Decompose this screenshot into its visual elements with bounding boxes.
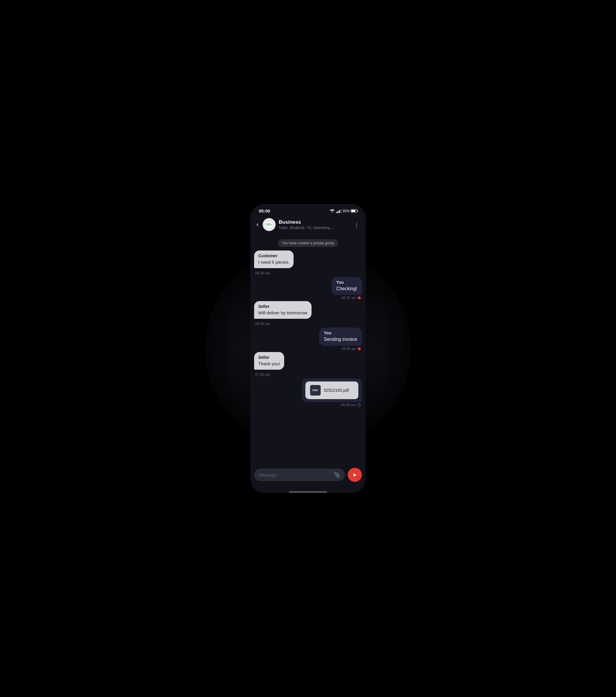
list-item: Seller Will deliver by tommorow	[254, 301, 311, 319]
attachment-button[interactable]: 📎	[334, 472, 340, 478]
outgoing-bubble: You Sending invoice	[319, 328, 362, 345]
message-text: Thank you!	[258, 360, 280, 367]
message-timestamp: 06:45 am	[254, 320, 362, 326]
battery-icon	[351, 209, 357, 212]
avatar[interactable]	[263, 218, 276, 231]
group-name: Business	[279, 219, 350, 225]
message-sender: Customer	[258, 253, 290, 258]
message-sender: You	[336, 280, 357, 285]
list-item: PDF 32522165.pdf 06:59 am	[302, 379, 362, 407]
send-icon: ►	[352, 472, 358, 478]
status-bar: 05:00	[251, 204, 365, 216]
phone-wrapper: 05:00	[232, 195, 384, 502]
battery-indicator: 80%	[343, 209, 357, 213]
status-time: 05:00	[259, 208, 270, 213]
chat-header: ‹ Business Tutor, Student1, T1, chemistr…	[251, 216, 365, 235]
message-text: I need 5 pieces.	[258, 259, 290, 265]
list-item: Customer I need 5 pieces.	[254, 251, 294, 268]
system-message: You have created a private group	[278, 239, 338, 247]
pdf-filename: 32522165.pdf	[324, 388, 349, 392]
pdf-attachment-bubble[interactable]: PDF 32522165.pdf	[302, 379, 362, 402]
message-sender: Seller	[258, 355, 280, 360]
pdf-preview: PDF 32522165.pdf	[305, 382, 358, 399]
message-text: Checking!	[336, 285, 357, 292]
more-options-button[interactable]: ⋮	[352, 220, 361, 229]
header-info: Business Tutor, Student1, T1, chemistry.…	[279, 219, 350, 230]
outgoing-bubble: You Checking!	[332, 277, 362, 295]
group-members: Tutor, Student1, T1, chemistry....	[279, 225, 350, 230]
clock-icon	[357, 403, 361, 407]
home-indicator	[289, 491, 327, 493]
signal-icon	[336, 209, 341, 213]
list-item: You Checking! 06:37 am	[332, 277, 362, 300]
messages-area: You have created a private group Custome…	[251, 235, 365, 465]
message-time: 06:37 am	[341, 296, 356, 300]
pdf-icon: PDF	[310, 385, 321, 396]
incoming-bubble: Customer I need 5 pieces.	[254, 251, 294, 268]
message-input-wrapper[interactable]: 📎	[254, 469, 345, 481]
message-meta: 06:37 am	[332, 296, 362, 300]
phone-frame: 05:00	[251, 204, 365, 493]
send-button[interactable]: ►	[348, 468, 362, 482]
message-timestamp: 07:00 am	[254, 371, 362, 377]
incoming-bubble: Seller Will deliver by tommorow	[254, 301, 311, 319]
message-sender: Seller	[258, 304, 307, 309]
message-time: 06:55 am	[341, 347, 356, 351]
status-icons: 80%	[330, 209, 357, 213]
message-input[interactable]	[259, 472, 331, 477]
read-receipt-dot	[358, 296, 361, 299]
list-item: Seller Thank you!	[254, 352, 284, 370]
message-text: Will deliver by tommorow	[258, 310, 307, 316]
message-time: 06:59 am	[341, 403, 356, 407]
message-timestamp: 06:30 am	[254, 269, 362, 276]
read-receipt-dot	[358, 347, 361, 350]
wifi-icon	[330, 209, 335, 213]
message-meta: 06:59 am	[302, 403, 362, 407]
message-sender: You	[324, 330, 357, 335]
list-item: You Sending invoice 06:55 am	[319, 328, 362, 351]
message-text: Sending invoice	[324, 336, 357, 343]
incoming-bubble: Seller Thank you!	[254, 352, 284, 370]
system-message-text: You have created a private group	[278, 239, 338, 247]
message-meta: 06:55 am	[319, 347, 362, 351]
battery-percent: 80%	[343, 209, 350, 213]
back-button[interactable]: ‹	[255, 220, 260, 229]
input-area: 📎 ►	[251, 465, 365, 490]
